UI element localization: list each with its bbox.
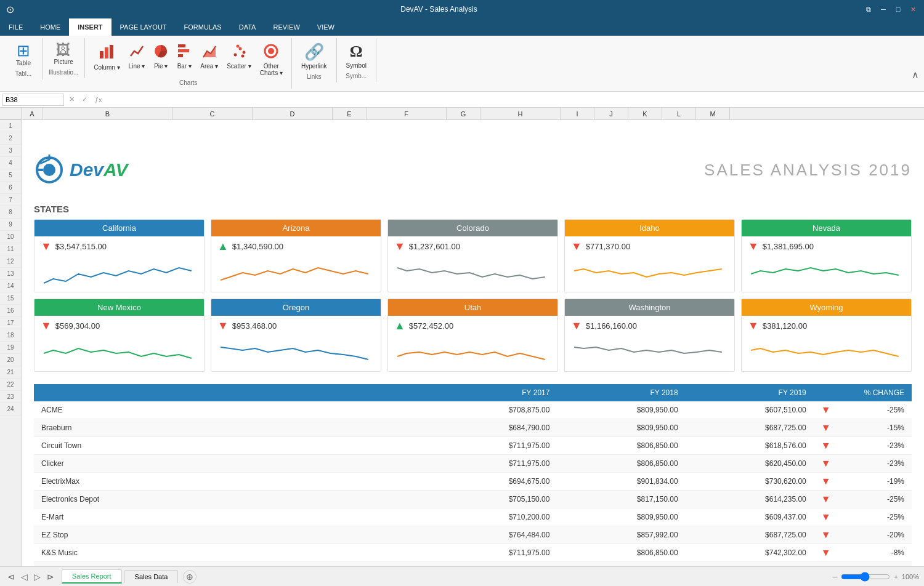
col-header-e[interactable]: E — [333, 108, 367, 120]
state-value: $1,340,590.00 — [232, 242, 283, 251]
formula-input[interactable] — [107, 94, 922, 106]
restore-btn[interactable]: ⧉ — [864, 4, 873, 14]
row-fy2017: $711,975.00 — [429, 455, 557, 473]
ribbon-collapse-btn[interactable]: ∧ — [912, 69, 919, 81]
tab-review[interactable]: REVIEW — [264, 18, 308, 36]
row-17[interactable]: 17 — [0, 317, 21, 329]
area-chart-icon — [202, 42, 217, 62]
picture-label: Picture — [54, 58, 73, 66]
row-2[interactable]: 2 — [0, 132, 21, 145]
col-header-j[interactable]: J — [594, 108, 628, 120]
table-row[interactable]: ACME $708,875.00 $809,950.00 $607,510.00… — [34, 401, 912, 419]
mini-chart — [571, 255, 728, 286]
table-row[interactable]: Electronics Depot $705,150.00 $817,150.0… — [34, 491, 912, 508]
col-header-c[interactable]: C — [172, 108, 253, 120]
row-8[interactable]: 8 — [0, 206, 21, 219]
table-btn[interactable]: ⊞ Table — [11, 41, 36, 69]
zoom-minus[interactable]: ─ — [833, 573, 838, 580]
table-row[interactable]: Braeburn $684,790.00 $809,950.00 $687,72… — [34, 419, 912, 437]
tab-data[interactable]: DATA — [230, 18, 265, 36]
col-header-l[interactable]: L — [662, 108, 696, 120]
svg-point-9 — [238, 47, 241, 50]
row-6[interactable]: 6 — [0, 182, 21, 194]
state-card-body: ▼ $381,120.00 — [742, 316, 911, 371]
table-row[interactable]: E-Mart $710,200.00 $809,950.00 $609,437.… — [34, 508, 912, 526]
symbol-btn[interactable]: Ω Symbol — [343, 41, 370, 71]
state-card-header: Colorado — [388, 220, 557, 236]
row-16[interactable]: 16 — [0, 305, 21, 317]
close-btn[interactable]: ✕ — [908, 4, 918, 14]
row-22[interactable]: 22 — [0, 379, 21, 391]
scatter-chart-btn[interactable]: Scatter ▾ — [224, 41, 253, 71]
maximize-btn[interactable]: □ — [893, 4, 903, 14]
table-row[interactable]: EZ Stop $764,484.00 $857,992.00 $687,725… — [34, 526, 912, 544]
col-header-h[interactable]: H — [480, 108, 561, 120]
picture-btn[interactable]: 🖼 Picture — [51, 41, 76, 68]
add-sheet-btn[interactable]: ⊕ — [183, 570, 197, 584]
row-13[interactable]: 13 — [0, 268, 21, 280]
line-chart-btn[interactable]: Line ▾ — [126, 41, 148, 71]
column-chart-btn[interactable]: Column ▾ — [91, 41, 122, 73]
row-7[interactable]: 7 — [0, 194, 21, 206]
table-row[interactable]: Circuit Town $711,975.00 $806,850.00 $61… — [34, 437, 912, 455]
tables-group-label: Tabl... — [15, 70, 32, 77]
cell-reference[interactable]: B38 — [2, 94, 64, 106]
svg-point-16 — [43, 164, 55, 176]
row-14[interactable]: 14 — [0, 280, 21, 292]
table-row[interactable]: K&S Music $711,975.00 $806,850.00 $742,3… — [34, 544, 912, 562]
tab-file[interactable]: FILE — [0, 18, 31, 36]
bar-chart-btn[interactable]: Bar ▾ — [174, 41, 194, 71]
bottom-bar: ⊲ ◁ ▷ ⊳ Sales Report Sales Data ⊕ ─ + 10… — [0, 566, 924, 586]
area-chart-btn[interactable]: Area ▾ — [198, 41, 221, 71]
tab-formulas[interactable]: FORMULAS — [176, 18, 230, 36]
hyperlink-btn[interactable]: 🔗 Hyperlink — [298, 41, 330, 72]
row-12[interactable]: 12 — [0, 255, 21, 268]
col-header-b[interactable]: B — [43, 108, 172, 120]
state-card-header: Utah — [388, 299, 557, 316]
zoom-plus[interactable]: + — [894, 573, 898, 580]
nav-next[interactable]: ▷ — [31, 571, 43, 583]
row-15[interactable]: 15 — [0, 292, 21, 305]
nav-last[interactable]: ⊳ — [44, 571, 57, 583]
minimize-btn[interactable]: ─ — [878, 4, 888, 14]
row-change-arrow: ▼ — [814, 544, 838, 562]
row-5[interactable]: 5 — [0, 169, 21, 182]
row-23[interactable]: 23 — [0, 391, 21, 403]
col-header-d[interactable]: D — [253, 108, 333, 120]
zoom-slider[interactable] — [841, 572, 890, 582]
row-11[interactable]: 11 — [0, 243, 21, 255]
col-header-g[interactable]: G — [447, 108, 480, 120]
row-21[interactable]: 21 — [0, 366, 21, 379]
nav-first[interactable]: ⊲ — [5, 571, 17, 583]
tab-sales-data[interactable]: Sales Data — [124, 570, 179, 583]
col-header-i[interactable]: I — [561, 108, 594, 120]
state-value: $3,547,515.00 — [55, 242, 107, 251]
hyperlink-label: Hyperlink — [301, 63, 327, 70]
table-row[interactable]: Clicker $711,975.00 $806,850.00 $620,450… — [34, 455, 912, 473]
table-row[interactable]: ElectrixMax $694,675.00 $901,834.00 $730… — [34, 473, 912, 491]
col-header-m[interactable]: M — [696, 108, 730, 120]
tab-insert[interactable]: INSERT — [69, 18, 111, 36]
row-18[interactable]: 18 — [0, 329, 21, 342]
row-24[interactable]: 24 — [0, 403, 21, 415]
row-fy2019: $687,725.00 — [686, 419, 814, 437]
col-header-k[interactable]: K — [628, 108, 662, 120]
row-9[interactable]: 9 — [0, 219, 21, 231]
row-20[interactable]: 20 — [0, 354, 21, 366]
other-charts-btn[interactable]: OtherCharts ▾ — [257, 41, 285, 78]
state-value-row: ▲ $572,452.00 — [394, 319, 551, 332]
row-1[interactable]: 1 — [0, 120, 21, 132]
col-header-a[interactable]: A — [22, 108, 43, 120]
row-10[interactable]: 10 — [0, 231, 21, 243]
tab-page-layout[interactable]: PAGE LAYOUT — [111, 18, 176, 36]
tab-sales-report[interactable]: Sales Report — [62, 569, 122, 584]
symbol-label: Symbol — [346, 62, 367, 70]
row-19[interactable]: 19 — [0, 342, 21, 354]
row-3[interactable]: 3 — [0, 145, 21, 157]
col-header-f[interactable]: F — [367, 108, 447, 120]
tab-view[interactable]: VIEW — [309, 18, 343, 36]
pie-chart-btn[interactable]: Pie ▾ — [151, 41, 171, 71]
tab-home[interactable]: HOME — [31, 18, 69, 36]
row-4[interactable]: 4 — [0, 157, 21, 169]
nav-prev[interactable]: ◁ — [18, 571, 30, 583]
